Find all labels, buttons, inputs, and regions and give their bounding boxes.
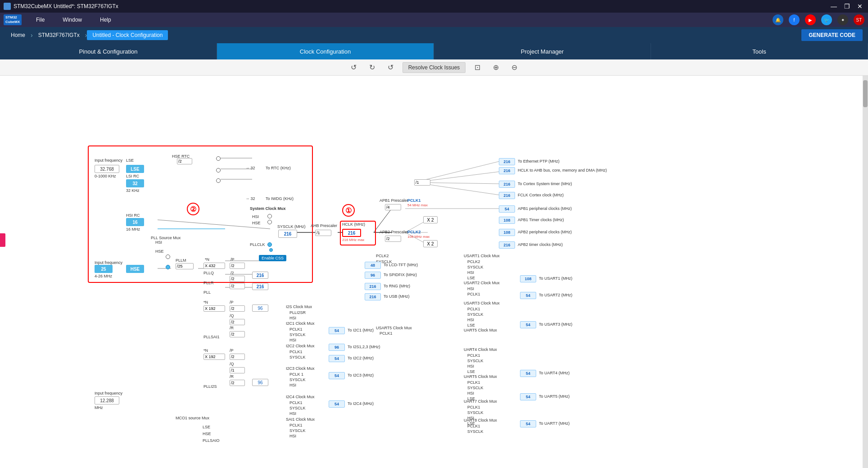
pllsai-p1-select[interactable]: /2 [230,305,245,312]
tab-project[interactable]: Project Manager [434,43,651,59]
apb1-div-select[interactable]: /4/1/2/8/16 [385,204,401,210]
tab-bar: Pinout & Configuration Clock Configurati… [0,43,868,59]
lsi-rc-box[interactable]: 32 [126,179,144,187]
breadcrumb-device[interactable]: STM32F767IGTx [33,30,85,40]
pllsai-p2-select[interactable]: /2 [230,354,245,360]
mux-circle-2[interactable] [216,168,221,173]
usart3-clk-mux-label: USART3 Clock Mux [464,301,500,305]
minimize-button[interactable]: — [829,3,839,10]
sysclk-val-box[interactable]: 216 [278,230,297,238]
vertical-scrollbar[interactable] [863,76,868,468]
youtube-icon: ▶ [805,14,816,25]
pllq-label: PLLQ [203,271,214,275]
generate-code-button[interactable]: GENERATE CODE [801,29,863,41]
close-button[interactable]: ✕ [855,3,864,10]
mco1-source-label: MCO1 source Mux [176,416,209,420]
twitter-icon: 🐦 [821,14,832,25]
i2s-clk-mux-label: I2S Clock Mux [286,304,312,309]
pllsai-n1-select[interactable]: X 192 [203,305,225,312]
zoom-in-button[interactable]: ⊕ [489,61,502,73]
zoom-fit-button[interactable]: ⊡ [471,61,484,73]
i2c1-sysclk-label: SYSCLK [289,332,306,337]
pllsai-q2-select[interactable]: /1/2 [230,367,245,373]
mux-circle-3[interactable] [216,178,221,183]
pllsai-n2-label: *N [203,348,208,353]
x2-apb1: X 2 [423,216,438,223]
input-freq-3-box[interactable]: 12.288 [95,396,119,404]
out-apb2-periph-label: APB2 peripheral clocks (MHz) [518,230,572,234]
main-canvas: ① ② Input frequency 32.768 0-1000 KHz LS… [0,76,868,468]
sysclk-hse-circle[interactable] [267,220,272,224]
mux-circle-1[interactable] [216,156,221,161]
pllq-select[interactable]: /2/4 [230,276,245,282]
out-apb1-periph-label: APB1 peripheral clocks (MHz) [518,206,572,211]
app-logo: STM32 CubeMX [4,14,22,25]
uart4-hsi-label: HSI [467,364,474,368]
hsi-rc-box[interactable]: 16 [126,218,144,226]
hse-rtc-div-select[interactable]: /2 [177,158,192,164]
pllsai-p2-label: /P [230,348,234,353]
pll-dot [269,248,273,252]
pllsai-p1-label: /P [230,300,234,304]
input-freq-1-box[interactable]: 32.768 [95,165,119,173]
hse-box[interactable]: HSE [126,265,144,273]
side-toggle[interactable] [0,233,5,247]
i2c1-clk-mux-label: I2C1 Clock Mux [286,321,315,326]
hsi-unsel-circle[interactable] [166,254,170,259]
input-freq-2-label: Input frequency [95,260,122,265]
out-usart1: 108 [520,275,536,282]
apb2-div-select[interactable]: /2/1/4/8/16 [385,236,401,242]
sysclk-hsi-circle[interactable] [267,214,272,218]
out-fclk: 216 [499,192,515,199]
plln-select[interactable]: X 432X 192X 384 [203,263,225,269]
pllsai-r1-select[interactable]: /2/1 [230,331,245,337]
uart7-clk-mux-label: UART7 Clock Mux [464,399,497,404]
uart4-clk-mux-label: UART4 Clock Mux [464,347,497,352]
ahb-prescaler-label: AHB Prescaler [311,223,337,228]
hsi-mux-label: HSI [155,240,162,245]
ahb-div-select[interactable]: /1/2/4 [315,230,331,236]
enable-css-button[interactable]: Enable CSS [259,255,286,261]
hse-selected-circle[interactable] [166,265,170,269]
out-apb2-timer-label: APB2 timer clocks (MHz) [518,242,563,247]
pllsai-n2-select[interactable]: X 192 [203,354,225,360]
out-ethernet-ptp: 216 [499,158,515,165]
window-menu[interactable]: Window [59,15,86,25]
undo-button[interactable]: ↺ [347,61,360,73]
breadcrumb-active[interactable]: Untitled - Clock Configuration [87,30,168,40]
pllr-select[interactable]: /2/4 [230,283,245,289]
tab-pinout[interactable]: Pinout & Configuration [0,43,217,59]
window-controls[interactable]: — ❐ ✕ [829,3,864,10]
file-menu[interactable]: File [32,15,48,25]
cortex-div-select[interactable]: /1 [414,179,430,186]
tab-tools[interactable]: Tools [651,43,868,59]
redo-button[interactable]: ↻ [366,61,379,73]
scroll-thumb[interactable] [863,80,868,107]
sysclk-pll-circle[interactable] [267,242,272,247]
toolbar: ↺ ↻ ↺ Resolve Clock Issues ⊡ ⊕ ⊖ [0,59,868,76]
lse-box[interactable]: LSE [126,165,144,173]
resolve-clock-button[interactable]: Resolve Clock Issues [402,62,466,73]
sai1-pclk1-label: PCLK1 [289,423,303,427]
zoom-out-button[interactable]: ⊖ [508,61,521,73]
input-freq-2-box[interactable]: 25 [95,265,113,273]
out-usb: 216 [365,293,381,300]
pllsai-r2-select[interactable]: /2 [230,380,245,386]
tab-clock[interactable]: Clock Configuration [217,43,434,59]
out-apb2-timer: 216 [499,241,515,249]
usart5-mux-label: USART5 Clock Mux [376,326,412,330]
out-hclk-ahb: 216 [499,167,515,174]
i2c4-clk-mux-label: I2C4 Clock Mux [286,395,315,399]
pllp-select[interactable]: /2/4/6/8 [230,263,245,269]
pllm-select[interactable]: /25/2/4 [176,263,194,269]
breadcrumb-home[interactable]: Home [5,30,31,40]
x2-apb2: X 2 [423,240,438,247]
reset-button[interactable]: ↺ [384,61,397,73]
out-apb1-timer-label: APB1 Timer clocks (MHz) [518,218,564,222]
maximize-button[interactable]: ❐ [842,3,852,10]
pllsai-q1-select[interactable]: /2/1 [230,319,245,325]
out-i2s-label: To I2S1,2,3 (MHz) [348,345,380,349]
out-uart5-label: To UART5 (MHz) [539,394,570,399]
help-menu[interactable]: Help [96,15,115,25]
hclk-val-box[interactable]: 216 [342,229,361,237]
